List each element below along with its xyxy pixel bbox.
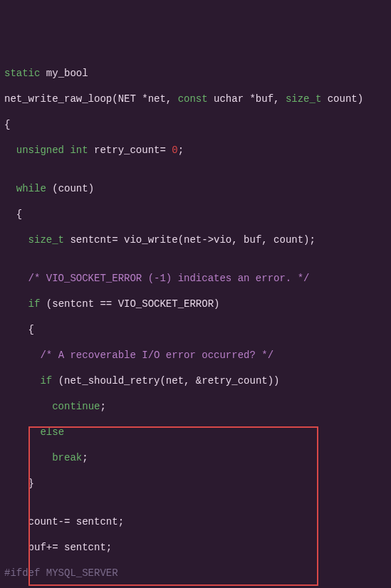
keyword: if xyxy=(40,375,52,387)
brace: { xyxy=(4,119,10,130)
indent xyxy=(4,145,16,156)
code-line: else xyxy=(4,426,391,439)
code-line: if (net_should_retry(net, &retry_count)) xyxy=(4,374,391,387)
code-line: net_write_raw_loop(NET *net, const uchar… xyxy=(4,93,391,105)
code-line: #ifdef MYSQL_SERVER xyxy=(4,567,391,579)
code-text: uchar *buf, xyxy=(208,93,286,105)
keyword: break xyxy=(52,452,82,463)
code-line: while (count) xyxy=(4,182,391,195)
code-line: static my_bool xyxy=(4,67,391,80)
keyword: else xyxy=(40,426,64,438)
preprocessor: #ifdef MYSQL_SERVER xyxy=(4,567,118,579)
code-line: /* VIO_SOCKET_ERROR (-1) indicates an er… xyxy=(4,272,391,285)
code-line: { xyxy=(4,323,391,336)
code-line: count-= sentcnt; xyxy=(4,515,391,528)
keyword: if xyxy=(28,298,41,310)
comment: /* VIO_SOCKET_ERROR (-1) indicates an er… xyxy=(28,273,310,284)
highlight-box xyxy=(28,426,318,586)
code-text: net_write_raw_loop(NET *net, xyxy=(4,93,178,105)
code-line: size_t sentcnt= vio_write(net->vio, buf,… xyxy=(4,233,391,246)
type: size_t xyxy=(286,93,321,105)
keyword: while xyxy=(16,183,46,194)
code-line: continue; xyxy=(4,400,391,413)
code-viewer: static my_bool net_write_raw_loop(NET *n… xyxy=(4,54,391,588)
code-line: /* A recoverable I/O error occurred? */ xyxy=(4,349,391,362)
keyword: int xyxy=(70,145,88,156)
keyword: static xyxy=(4,68,40,79)
code-line: break; xyxy=(4,451,391,464)
code-text: retry_count= xyxy=(88,145,172,156)
code-line: unsigned int retry_count= 0; xyxy=(4,144,391,157)
keyword: unsigned xyxy=(16,145,64,156)
number: 0 xyxy=(172,145,177,156)
keyword: const xyxy=(178,93,208,105)
keyword: continue xyxy=(52,401,100,412)
code-line: { xyxy=(4,208,391,221)
comment: /* A recoverable I/O error occurred? */ xyxy=(40,350,273,361)
code-line: } xyxy=(4,477,391,490)
type: size_t xyxy=(28,234,64,246)
code-text: count) xyxy=(321,93,363,105)
code-line: if (sentcnt == VIO_SOCKET_ERROR) xyxy=(4,298,391,310)
code-line: buf+= sentcnt; xyxy=(4,541,391,554)
identifier: my_bool xyxy=(40,68,88,79)
code-line: { xyxy=(4,118,391,131)
